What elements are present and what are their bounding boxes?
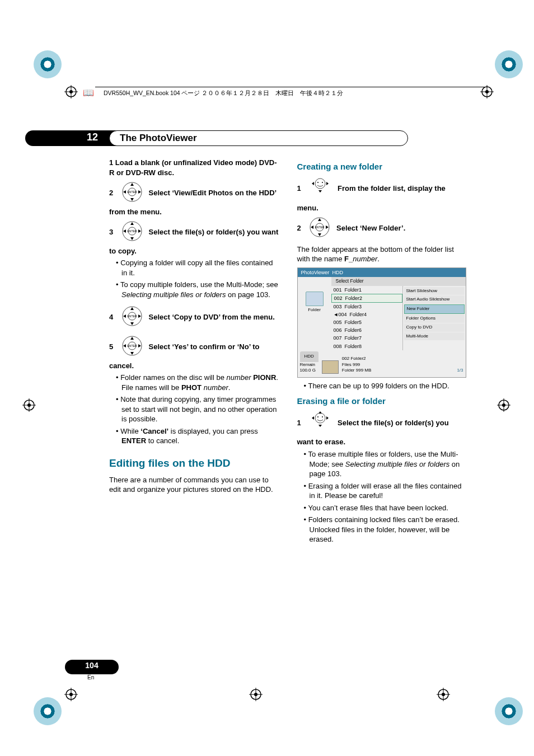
- pv-titlebar: PhotoViewer HDD: [298, 268, 466, 277]
- svg-point-11: [27, 403, 31, 407]
- svg-point-56: [315, 179, 325, 189]
- bullet: Folder names on the disc will be number …: [109, 373, 279, 392]
- svg-marker-40: [123, 229, 126, 233]
- svg-marker-47: [123, 314, 126, 318]
- pv-info-line: Folder 999 MB: [342, 368, 371, 374]
- list-item: ◄004 Folder4: [331, 311, 402, 318]
- page-number: 104: [65, 660, 119, 674]
- text-bold: ‘Cancel’: [140, 427, 168, 435]
- step-2-num: 2: [109, 189, 113, 197]
- svg-point-58: [322, 182, 323, 183]
- left-column: 1 Load a blank (or unfinalized Video mod…: [109, 158, 279, 549]
- list-item: 008 Folder8: [331, 342, 402, 350]
- bullet: Erasing a folder will erase all the file…: [297, 481, 467, 501]
- svg-marker-32: [130, 198, 134, 201]
- text: Folder names on the disc will be: [120, 373, 226, 382]
- chapter-number: 12: [87, 132, 98, 143]
- text-italic: number: [226, 373, 251, 382]
- header-text: DVR550H_WV_EN.book 104 ページ ２００６年１２月２８日 木…: [104, 90, 343, 97]
- svg-marker-61: [318, 190, 322, 192]
- svg-marker-59: [312, 182, 314, 185]
- text-italic: Selecting multiple files or folders: [345, 460, 449, 468]
- pv-info: 002 Folder2 Files 999 Folder 999 MB: [342, 356, 371, 374]
- step-r2-num: 2: [297, 224, 301, 232]
- svg-marker-39: [130, 237, 134, 240]
- svg-marker-75: [318, 411, 322, 414]
- svg-marker-74: [318, 425, 322, 427]
- dpad-enter-icon: ENTER: [308, 216, 331, 241]
- svg-point-69: [315, 413, 325, 423]
- registration-disc-br: [495, 697, 523, 725]
- subhead-erasing: Erasing a file or folder: [297, 396, 467, 407]
- bullet: Copying a folder will copy all the files…: [109, 258, 279, 278]
- svg-point-19: [69, 693, 73, 696]
- text-italic: number: [353, 255, 377, 263]
- pv-select-folder-label: Select Folder: [331, 277, 466, 285]
- svg-marker-54: [123, 344, 126, 348]
- pv-remain-label: Remain100.0 G: [300, 362, 318, 374]
- svg-marker-46: [130, 322, 134, 325]
- svg-marker-38: [130, 222, 134, 225]
- svg-point-57: [317, 182, 318, 183]
- registration-disc-tr: [495, 50, 523, 78]
- page-lang: En: [87, 674, 94, 680]
- list-item: 005 Folder5: [331, 318, 402, 326]
- text: .: [377, 255, 380, 263]
- step-e1-num: 1: [297, 419, 301, 427]
- bullet: You can’t erase files that have been loc…: [297, 503, 467, 513]
- menu-item: Multi-Mode: [404, 332, 465, 341]
- text: to cancel.: [146, 436, 179, 445]
- svg-marker-31: [130, 183, 134, 186]
- bullet: To copy multiple folders, use the Multi-…: [109, 280, 279, 299]
- svg-marker-45: [130, 307, 134, 310]
- dpad-enter-icon: ENTER: [121, 335, 143, 360]
- section-editing-files: Editing files on the HDD: [109, 456, 279, 471]
- svg-marker-33: [123, 190, 126, 194]
- text: is displayed, you can press: [168, 427, 258, 435]
- text: .: [228, 383, 231, 392]
- svg-marker-55: [138, 344, 141, 348]
- svg-text:ENTER: ENTER: [127, 229, 137, 233]
- svg-text:ENTER: ENTER: [127, 344, 137, 348]
- list-item: 007 Folder7: [331, 334, 402, 342]
- pv-folder-label: Folder: [298, 307, 331, 313]
- svg-marker-52: [130, 337, 134, 340]
- bullet: Folders containing locked files can’t be…: [297, 515, 467, 544]
- subhead-creating-folder: Creating a new folder: [297, 161, 467, 172]
- text-bold: PHOT: [181, 383, 202, 392]
- menu-item: Start Audio Slideshow: [404, 295, 465, 304]
- right-column: Creating a new folder 1 From the folder …: [297, 158, 467, 549]
- step-r2: 2 ENTER Select ‘New Folder’.: [297, 215, 467, 242]
- step-r1: 1 From the folder list, display the menu…: [297, 175, 467, 213]
- registration-disc-tl: [34, 50, 62, 78]
- step-4-num: 4: [109, 313, 113, 321]
- step-1: 1 Load a blank (or unfinalized Video mod…: [109, 158, 279, 177]
- svg-marker-68: [326, 226, 329, 229]
- svg-marker-73: [326, 416, 329, 420]
- step-3-num: 3: [109, 228, 113, 236]
- menu-item: Folder Options: [404, 314, 465, 323]
- bullet: To erase multiple files or folders, use …: [297, 449, 467, 479]
- text: To copy multiple folders, use the Multi-…: [120, 280, 278, 289]
- text: While: [120, 427, 140, 435]
- step-e1: 1 Select the file(s) or folder(s) you wa…: [297, 409, 467, 447]
- book-mark-icon: 📖: [83, 87, 94, 98]
- smiley-nav-icon: [308, 410, 332, 436]
- photoviewer-panel: PhotoViewer HDD Select Folder Folder 001…: [297, 267, 466, 378]
- step-r1-num: 1: [297, 184, 301, 192]
- crop-mark-icon: [64, 688, 78, 701]
- pv-info-line: 002 Folder2: [342, 356, 371, 362]
- crop-mark-icon: [22, 398, 36, 412]
- list-item: 002 Folder2: [331, 294, 402, 303]
- step-4-text: Select ‘Copy to DVD’ from the menu.: [148, 313, 274, 321]
- svg-point-15: [502, 403, 505, 407]
- list-item: 006 Folder6: [331, 326, 402, 334]
- svg-point-71: [322, 416, 323, 417]
- bullet: While ‘Cancel’ is displayed, you can pre…: [109, 426, 279, 446]
- svg-marker-60: [326, 182, 329, 185]
- svg-marker-65: [318, 218, 321, 221]
- svg-point-3: [69, 90, 73, 93]
- crop-mark-icon: [249, 688, 263, 701]
- pv-left: Folder: [298, 286, 331, 350]
- bullet: There can be up to 999 folders on the HD…: [297, 381, 467, 391]
